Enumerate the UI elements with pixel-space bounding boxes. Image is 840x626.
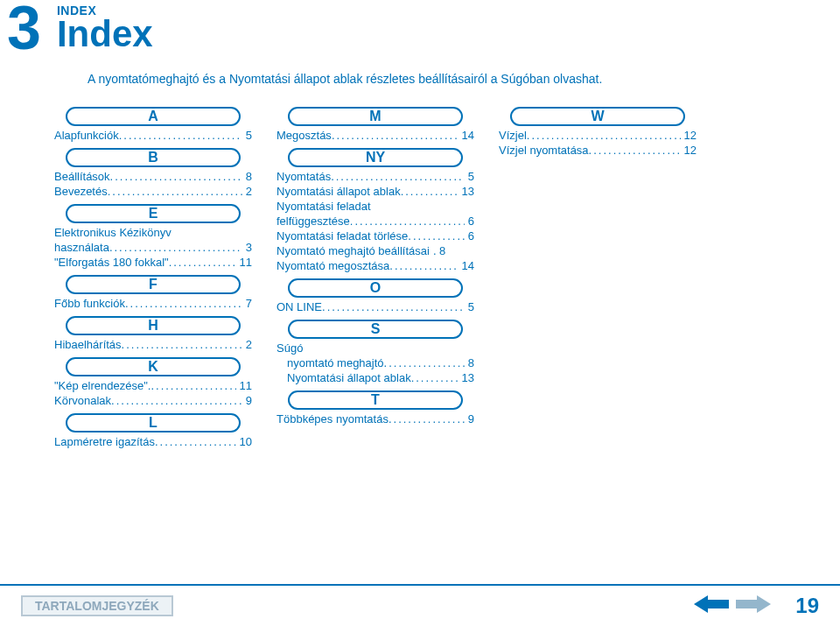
index-entry-leader: ........................................… <box>389 259 458 272</box>
index-entry-page: 7 <box>242 297 252 310</box>
index-entry-leader: ........................................… <box>150 379 235 392</box>
index-entry[interactable]: Súgó <box>276 341 474 355</box>
index-entry[interactable]: Körvonalak..............................… <box>54 394 252 407</box>
index-entry-page: . 8 <box>430 244 445 257</box>
index-entry-page: 6 <box>465 229 474 243</box>
index-entry[interactable]: Nyomtatási feladat <box>276 200 474 213</box>
index-entry[interactable]: Lapméretre igazítás.....................… <box>54 435 252 448</box>
index-entry-label: Vízjel nyomtatása <box>499 144 589 157</box>
index-entry[interactable]: ON LINE.................................… <box>276 300 474 313</box>
index-entry-leader: ........................................… <box>408 229 464 243</box>
index-entry-label: Nyomtatási állapot ablak <box>287 371 411 384</box>
prev-page-button[interactable] <box>694 594 729 617</box>
index-letter-head: S <box>288 320 463 339</box>
index-entry[interactable]: Főbb funkciók...........................… <box>54 297 252 310</box>
index-letter-head: T <box>288 390 463 410</box>
index-entry[interactable]: Nyomtató meghajtó beállításai. 8 <box>276 244 474 257</box>
index-entry-leader: ........................................… <box>527 129 681 142</box>
index-entry[interactable]: Nyomtatási állapot ablak................… <box>276 185 474 198</box>
index-entry[interactable]: Bevezetés...............................… <box>54 185 252 198</box>
index-entry-leader: ........................................… <box>169 256 236 269</box>
index-entry-page: 11 <box>236 256 252 269</box>
svg-marker-0 <box>694 595 729 613</box>
index-entry-label: Súgó <box>276 341 303 355</box>
index-entry-label: nyomtató meghajtó <box>287 356 384 369</box>
index-entry-label: felfüggesztése <box>276 215 350 228</box>
nav-arrows <box>694 594 771 617</box>
index-entry[interactable]: Megosztás...............................… <box>276 129 474 142</box>
index-entry[interactable]: Beállítások.............................… <box>54 170 252 183</box>
index-entry[interactable]: "Elforgatás 180 fokkal".................… <box>54 256 252 269</box>
index-entry[interactable]: Hibaelhárítás...........................… <box>54 338 252 351</box>
index-entry-leader: ........................................… <box>122 338 242 351</box>
index-letter-head: K <box>66 357 241 376</box>
page-title: Index <box>57 16 153 53</box>
index-entry-leader: ........................................… <box>350 215 465 228</box>
index-entry-label: "Kép elrendezése". <box>54 379 150 392</box>
index-entry-label: Többképes nyomtatás <box>276 412 388 426</box>
index-entry[interactable]: Nyomtatás...............................… <box>276 170 474 183</box>
index-letter-head: E <box>66 204 241 223</box>
next-page-button[interactable] <box>736 594 771 617</box>
index-letter-head: O <box>288 278 463 298</box>
index-entry-label: Körvonalak <box>54 394 111 407</box>
index-letter-head: W <box>510 107 685 126</box>
index-column-2: MMegosztás..............................… <box>276 102 474 449</box>
index-entry-page: 9 <box>465 412 474 426</box>
index-entry-page: 9 <box>242 394 252 407</box>
index-entry[interactable]: Elektronikus Kézikönyv <box>54 226 252 239</box>
index-entry-page: 14 <box>458 129 474 142</box>
index-entry-page: 5 <box>465 300 474 313</box>
index-entry-label: Alapfunkciók <box>54 129 119 142</box>
index-entry-label: "Elforgatás 180 fokkal" <box>54 256 169 269</box>
page-root: 3 INDEX Index A nyomtatómeghajtó és a Ny… <box>0 0 840 626</box>
toc-button[interactable]: TARTALOMJEGYZÉK <box>21 595 173 616</box>
index-entry-label: ON LINE <box>276 300 322 313</box>
index-entry-page: 8 <box>465 356 474 369</box>
index-entry-leader: ........................................… <box>108 185 242 198</box>
index-entry-leader: ........................................… <box>401 185 458 198</box>
index-entry[interactable]: Nyomtatási állapot ablak................… <box>276 371 474 384</box>
index-entry[interactable]: Vízjel..................................… <box>499 129 696 142</box>
index-entry-page: 10 <box>236 435 252 448</box>
index-entry[interactable]: "Kép elrendezése".......................… <box>54 379 252 392</box>
index-entry-leader: ........................................… <box>331 170 465 183</box>
index-entry-leader: ........................................… <box>125 297 242 310</box>
index-entry-label: Hibaelhárítás <box>54 338 122 351</box>
index-entry-leader: ........................................… <box>110 170 242 183</box>
svg-marker-1 <box>736 595 771 613</box>
index-entry[interactable]: Nyomtatási feladat törlése..............… <box>276 229 474 243</box>
index-entry-label: Nyomtató megosztása <box>276 259 389 272</box>
index-entry-label: Megosztás <box>276 129 332 142</box>
index-entry-label: Elektronikus Kézikönyv <box>54 226 172 239</box>
index-entry-leader: ........................................… <box>119 129 242 142</box>
index-entry[interactable]: felfüggesztése..........................… <box>276 215 474 228</box>
index-entry-page: 3 <box>242 241 252 254</box>
index-entry-page: 12 <box>681 129 696 142</box>
index-column-3: WVízjel.................................… <box>499 102 696 449</box>
index-entry[interactable]: Vízjel nyomtatása.......................… <box>499 144 696 157</box>
index-letter-head: L <box>66 413 241 433</box>
index-entry-leader: ........................................… <box>589 144 681 157</box>
index-entry-label: Nyomtatási feladat <box>276 200 371 213</box>
index-entry-leader: ........................................… <box>384 356 465 369</box>
index-letter-head: B <box>66 148 241 167</box>
index-entry-page: 5 <box>242 129 252 142</box>
title-block: INDEX Index <box>57 4 153 53</box>
index-entry-label: Nyomtatás <box>276 170 331 183</box>
index-entry-label: Nyomtató meghajtó beállításai <box>276 244 430 257</box>
index-entry-page: 11 <box>236 379 252 392</box>
index-column-1: AAlapfunkciók...........................… <box>54 102 252 449</box>
chapter-number: 3 <box>2 4 57 53</box>
index-entry[interactable]: használata..............................… <box>54 241 252 254</box>
index-entry[interactable]: nyomtató meghajtó.......................… <box>276 356 474 369</box>
index-entry-label: Főbb funkciók <box>54 297 125 310</box>
index-entry[interactable]: Többképes nyomtatás.....................… <box>276 412 474 426</box>
index-entry[interactable]: Nyomtató megosztása.....................… <box>276 259 474 272</box>
index-entry-page: 8 <box>242 170 252 183</box>
index-entry[interactable]: Alapfunkciók............................… <box>54 129 252 142</box>
index-entry-label: Beállítások <box>54 170 110 183</box>
index-entry-leader: ........................................… <box>388 412 465 426</box>
index-entry-label: Vízjel <box>499 129 527 142</box>
index-entry-label: Nyomtatási feladat törlése <box>276 229 408 243</box>
